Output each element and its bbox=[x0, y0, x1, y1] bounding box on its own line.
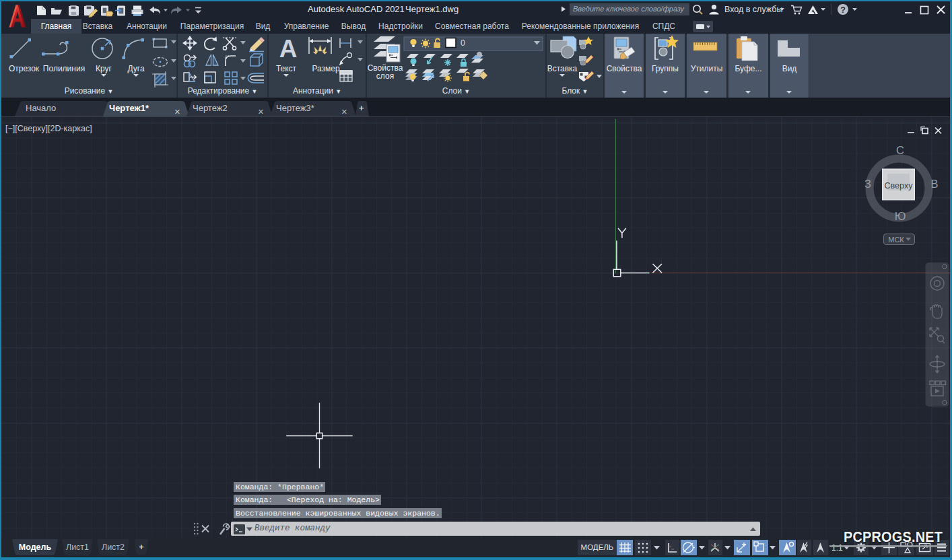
svg-text:МСК: МСК bbox=[888, 236, 904, 244]
svg-text:0: 0 bbox=[461, 38, 465, 48]
svg-text:Сверху: Сверху bbox=[885, 181, 914, 190]
svg-text:?: ? bbox=[840, 5, 846, 15]
svg-text:В: В bbox=[930, 178, 938, 190]
svg-text:С: С bbox=[896, 144, 904, 156]
svg-text:Ю: Ю bbox=[895, 210, 906, 222]
svg-text:З: З bbox=[864, 178, 871, 190]
svg-text:A: A bbox=[279, 35, 298, 63]
